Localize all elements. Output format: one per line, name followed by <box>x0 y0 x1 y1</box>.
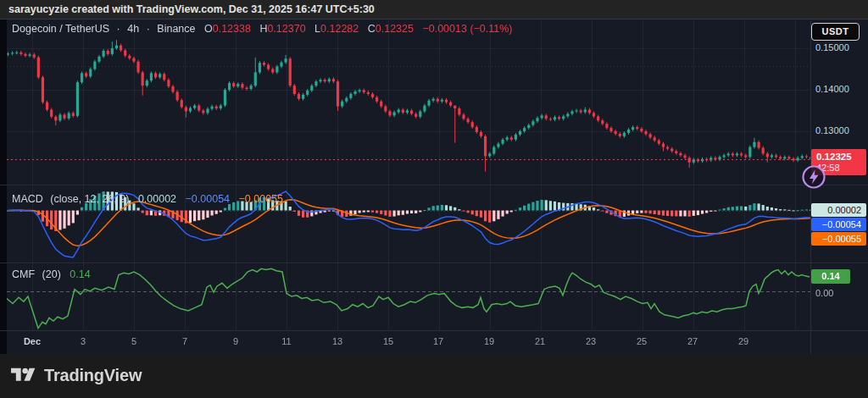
time-tick: 11 <box>281 336 291 346</box>
time-tick: 25 <box>637 336 647 346</box>
left-margin-strip <box>0 19 7 354</box>
cmf-value-badge: 0.14 <box>811 269 850 284</box>
time-tick: 3 <box>81 336 86 346</box>
symbol-name[interactable]: Dogecoin / TetherUS <box>12 23 109 35</box>
change-value: −0.00013 (−0.11%) <box>422 23 512 35</box>
time-tick: 29 <box>738 336 748 346</box>
time-tick: 19 <box>484 336 494 346</box>
pane-separator-macd[interactable] <box>0 185 868 185</box>
macd-hist-value: 0.00002 <box>138 193 176 205</box>
tradingview-logo-text: TradingView <box>44 366 142 385</box>
last-price-value: 0.12325 <box>816 151 866 163</box>
cmf-legend[interactable]: CMF (20) 0.14 <box>12 268 97 280</box>
tradingview-snapshot: sarayucyzie created with TradingView.com… <box>0 0 868 398</box>
cmf-title[interactable]: CMF <box>12 268 35 280</box>
symbol-legend[interactable]: Dogecoin / TetherUS · 4h · Binance O0.12… <box>12 23 519 35</box>
time-tick: 15 <box>383 336 393 346</box>
price-tick-013: 0.13000 <box>815 125 849 135</box>
cmf-value: 0.14 <box>70 268 90 280</box>
close-value: 0.12325 <box>376 23 414 35</box>
macd-legend[interactable]: MACD (close, 12, 26, 9) 0.00002 −0.00054… <box>12 193 289 205</box>
macd-line-value: −0.00054 <box>186 193 230 205</box>
price-tick-014: 0.14000 <box>815 84 849 94</box>
tradingview-brand[interactable]: TradingView <box>11 365 142 385</box>
macd-signal-value: −0.00055 <box>239 193 283 205</box>
time-tick: 7 <box>182 336 187 346</box>
legend-separator: · <box>147 23 150 35</box>
time-tick: 13 <box>332 336 342 346</box>
low-key: L <box>314 23 320 35</box>
low-value: 0.12282 <box>320 23 359 35</box>
high-value: 0.12370 <box>267 23 305 35</box>
symbol-exchange: Binance <box>157 23 195 35</box>
time-tick: 9 <box>233 336 238 346</box>
tradingview-logo-icon <box>11 365 36 385</box>
macd-hist-badge: 0.00002 <box>811 203 866 217</box>
open-value: 0.12338 <box>213 23 251 35</box>
time-tick: Dec <box>24 336 41 346</box>
time-tick: 5 <box>131 336 136 346</box>
macd-line-badge: −0.00054 <box>811 218 866 231</box>
time-tick: 23 <box>586 336 596 346</box>
time-tick: 21 <box>535 336 545 346</box>
footer-bar: TradingView <box>0 354 868 398</box>
macd-signal-badge: −0.00055 <box>811 232 866 246</box>
cmf-params: (20) <box>42 268 61 280</box>
currency-badge[interactable]: USDT <box>811 23 860 41</box>
time-tick: 27 <box>687 336 698 346</box>
price-tick-015: 0.15000 <box>815 42 849 53</box>
pane-separator-cmf[interactable] <box>0 263 868 263</box>
macd-params: (close, 12, 26, 9) <box>50 193 129 205</box>
time-tick: 17 <box>433 336 443 346</box>
cmf-zero-label: 0.00 <box>815 288 833 298</box>
time-axis[interactable]: Dec 3 5 7 9 11 13 15 17 19 21 23 25 27 2… <box>0 331 810 354</box>
time-axis-border <box>0 330 868 331</box>
pane-top-border <box>0 19 868 19</box>
legend-separator: · <box>117 23 120 35</box>
attribution-text: sarayucyzie created with TradingView.com… <box>8 3 375 15</box>
symbol-interval[interactable]: 4h <box>127 23 139 35</box>
price-chart-canvas[interactable] <box>0 19 810 330</box>
attribution-bar: sarayucyzie created with TradingView.com… <box>0 0 868 19</box>
close-key: C <box>368 23 376 35</box>
open-key: O <box>204 23 213 35</box>
flash-idea-icon[interactable] <box>800 163 827 191</box>
macd-title[interactable]: MACD <box>12 193 43 205</box>
